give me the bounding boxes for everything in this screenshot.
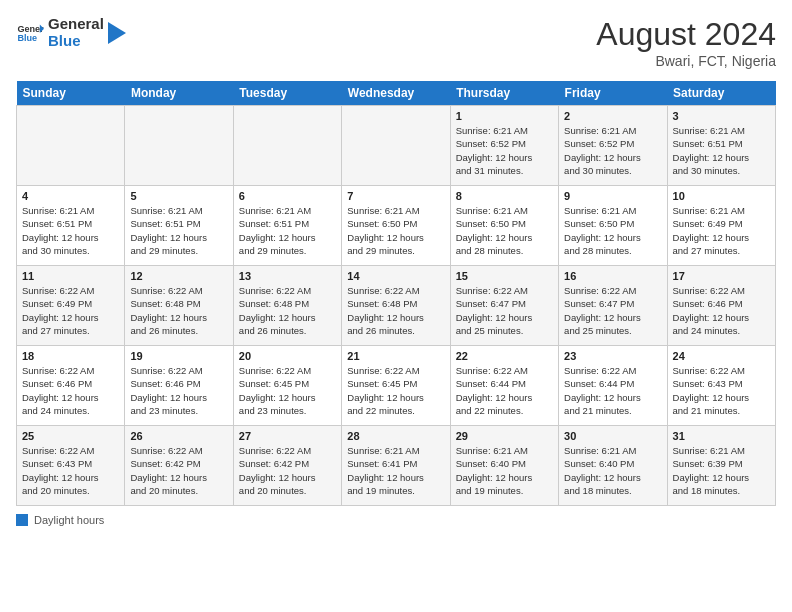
calendar-week-row: 25Sunrise: 6:22 AM Sunset: 6:43 PM Dayli…: [17, 426, 776, 506]
day-info: Sunrise: 6:21 AM Sunset: 6:52 PM Dayligh…: [456, 124, 553, 177]
day-info: Sunrise: 6:22 AM Sunset: 6:45 PM Dayligh…: [239, 364, 336, 417]
day-info: Sunrise: 6:22 AM Sunset: 6:49 PM Dayligh…: [22, 284, 119, 337]
calendar-cell: 28Sunrise: 6:21 AM Sunset: 6:41 PM Dayli…: [342, 426, 450, 506]
weekday-header-tuesday: Tuesday: [233, 81, 341, 106]
calendar-cell: [342, 106, 450, 186]
calendar-cell: 1Sunrise: 6:21 AM Sunset: 6:52 PM Daylig…: [450, 106, 558, 186]
calendar-week-row: 1Sunrise: 6:21 AM Sunset: 6:52 PM Daylig…: [17, 106, 776, 186]
day-number: 2: [564, 110, 661, 122]
calendar-cell: 24Sunrise: 6:22 AM Sunset: 6:43 PM Dayli…: [667, 346, 775, 426]
day-number: 25: [22, 430, 119, 442]
calendar-cell: [17, 106, 125, 186]
calendar-cell: [233, 106, 341, 186]
day-info: Sunrise: 6:22 AM Sunset: 6:44 PM Dayligh…: [564, 364, 661, 417]
calendar-cell: 21Sunrise: 6:22 AM Sunset: 6:45 PM Dayli…: [342, 346, 450, 426]
day-info: Sunrise: 6:22 AM Sunset: 6:44 PM Dayligh…: [456, 364, 553, 417]
calendar-cell: 26Sunrise: 6:22 AM Sunset: 6:42 PM Dayli…: [125, 426, 233, 506]
day-info: Sunrise: 6:22 AM Sunset: 6:46 PM Dayligh…: [22, 364, 119, 417]
day-number: 1: [456, 110, 553, 122]
day-number: 8: [456, 190, 553, 202]
calendar-cell: 20Sunrise: 6:22 AM Sunset: 6:45 PM Dayli…: [233, 346, 341, 426]
calendar-cell: 11Sunrise: 6:22 AM Sunset: 6:49 PM Dayli…: [17, 266, 125, 346]
calendar-cell: 12Sunrise: 6:22 AM Sunset: 6:48 PM Dayli…: [125, 266, 233, 346]
day-info: Sunrise: 6:21 AM Sunset: 6:39 PM Dayligh…: [673, 444, 770, 497]
day-number: 10: [673, 190, 770, 202]
day-info: Sunrise: 6:21 AM Sunset: 6:50 PM Dayligh…: [456, 204, 553, 257]
weekday-header-saturday: Saturday: [667, 81, 775, 106]
page-header: General Blue General Blue August 2024 Bw…: [16, 16, 776, 69]
day-info: Sunrise: 6:22 AM Sunset: 6:43 PM Dayligh…: [22, 444, 119, 497]
logo: General Blue General Blue: [16, 16, 126, 49]
day-number: 18: [22, 350, 119, 362]
calendar-cell: 17Sunrise: 6:22 AM Sunset: 6:46 PM Dayli…: [667, 266, 775, 346]
day-info: Sunrise: 6:22 AM Sunset: 6:46 PM Dayligh…: [130, 364, 227, 417]
calendar-cell: 2Sunrise: 6:21 AM Sunset: 6:52 PM Daylig…: [559, 106, 667, 186]
day-info: Sunrise: 6:22 AM Sunset: 6:45 PM Dayligh…: [347, 364, 444, 417]
logo-arrow-icon: [108, 18, 126, 48]
day-number: 15: [456, 270, 553, 282]
day-number: 5: [130, 190, 227, 202]
day-info: Sunrise: 6:22 AM Sunset: 6:48 PM Dayligh…: [130, 284, 227, 337]
weekday-header-monday: Monday: [125, 81, 233, 106]
calendar-cell: 10Sunrise: 6:21 AM Sunset: 6:49 PM Dayli…: [667, 186, 775, 266]
calendar-cell: 30Sunrise: 6:21 AM Sunset: 6:40 PM Dayli…: [559, 426, 667, 506]
calendar-cell: 7Sunrise: 6:21 AM Sunset: 6:50 PM Daylig…: [342, 186, 450, 266]
day-number: 9: [564, 190, 661, 202]
day-info: Sunrise: 6:21 AM Sunset: 6:41 PM Dayligh…: [347, 444, 444, 497]
legend: Daylight hours: [16, 514, 776, 526]
weekday-header-row: SundayMondayTuesdayWednesdayThursdayFrid…: [17, 81, 776, 106]
logo-icon: General Blue: [16, 19, 44, 47]
day-info: Sunrise: 6:21 AM Sunset: 6:49 PM Dayligh…: [673, 204, 770, 257]
day-number: 14: [347, 270, 444, 282]
calendar-cell: [125, 106, 233, 186]
day-number: 28: [347, 430, 444, 442]
day-info: Sunrise: 6:21 AM Sunset: 6:50 PM Dayligh…: [564, 204, 661, 257]
calendar-cell: 13Sunrise: 6:22 AM Sunset: 6:48 PM Dayli…: [233, 266, 341, 346]
calendar-cell: 19Sunrise: 6:22 AM Sunset: 6:46 PM Dayli…: [125, 346, 233, 426]
calendar-cell: 15Sunrise: 6:22 AM Sunset: 6:47 PM Dayli…: [450, 266, 558, 346]
calendar-cell: 4Sunrise: 6:21 AM Sunset: 6:51 PM Daylig…: [17, 186, 125, 266]
day-number: 23: [564, 350, 661, 362]
calendar-week-row: 11Sunrise: 6:22 AM Sunset: 6:49 PM Dayli…: [17, 266, 776, 346]
svg-text:Blue: Blue: [17, 33, 37, 43]
day-info: Sunrise: 6:22 AM Sunset: 6:47 PM Dayligh…: [456, 284, 553, 337]
weekday-header-wednesday: Wednesday: [342, 81, 450, 106]
day-number: 22: [456, 350, 553, 362]
calendar-cell: 16Sunrise: 6:22 AM Sunset: 6:47 PM Dayli…: [559, 266, 667, 346]
weekday-header-sunday: Sunday: [17, 81, 125, 106]
day-number: 26: [130, 430, 227, 442]
day-number: 19: [130, 350, 227, 362]
day-number: 7: [347, 190, 444, 202]
logo-blue: Blue: [48, 33, 104, 50]
day-number: 31: [673, 430, 770, 442]
title-block: August 2024 Bwari, FCT, Nigeria: [596, 16, 776, 69]
calendar-cell: 31Sunrise: 6:21 AM Sunset: 6:39 PM Dayli…: [667, 426, 775, 506]
legend-label: Daylight hours: [34, 514, 104, 526]
month-year-title: August 2024: [596, 16, 776, 53]
day-info: Sunrise: 6:22 AM Sunset: 6:48 PM Dayligh…: [347, 284, 444, 337]
calendar-cell: 29Sunrise: 6:21 AM Sunset: 6:40 PM Dayli…: [450, 426, 558, 506]
calendar-cell: 14Sunrise: 6:22 AM Sunset: 6:48 PM Dayli…: [342, 266, 450, 346]
svg-marker-3: [108, 22, 126, 44]
calendar-cell: 3Sunrise: 6:21 AM Sunset: 6:51 PM Daylig…: [667, 106, 775, 186]
day-number: 17: [673, 270, 770, 282]
weekday-header-friday: Friday: [559, 81, 667, 106]
day-number: 4: [22, 190, 119, 202]
day-info: Sunrise: 6:22 AM Sunset: 6:48 PM Dayligh…: [239, 284, 336, 337]
day-info: Sunrise: 6:21 AM Sunset: 6:51 PM Dayligh…: [239, 204, 336, 257]
legend-color-box: [16, 514, 28, 526]
location-subtitle: Bwari, FCT, Nigeria: [596, 53, 776, 69]
day-number: 3: [673, 110, 770, 122]
calendar-cell: 9Sunrise: 6:21 AM Sunset: 6:50 PM Daylig…: [559, 186, 667, 266]
logo-general: General: [48, 16, 104, 33]
day-number: 16: [564, 270, 661, 282]
day-number: 30: [564, 430, 661, 442]
calendar-week-row: 18Sunrise: 6:22 AM Sunset: 6:46 PM Dayli…: [17, 346, 776, 426]
day-info: Sunrise: 6:22 AM Sunset: 6:47 PM Dayligh…: [564, 284, 661, 337]
day-number: 24: [673, 350, 770, 362]
day-number: 29: [456, 430, 553, 442]
day-info: Sunrise: 6:22 AM Sunset: 6:43 PM Dayligh…: [673, 364, 770, 417]
day-number: 12: [130, 270, 227, 282]
weekday-header-thursday: Thursday: [450, 81, 558, 106]
day-number: 6: [239, 190, 336, 202]
